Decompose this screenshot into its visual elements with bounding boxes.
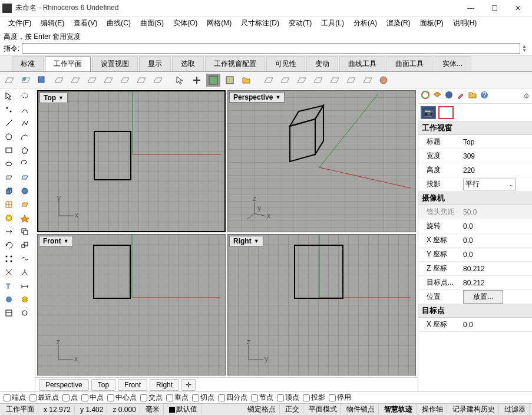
projection-select[interactable]: 平行⌄ (463, 179, 516, 190)
help-panel-icon[interactable]: ? (480, 90, 489, 101)
menu-dimension[interactable]: 尺寸标注(D) (237, 17, 283, 29)
circle-tool-icon[interactable] (1, 130, 16, 143)
ellipse-tool-icon[interactable] (1, 157, 16, 170)
save-icon[interactable] (223, 74, 237, 87)
status-osnap[interactable]: 物件锁点 (343, 404, 379, 414)
osnap-end[interactable]: 端点 (4, 393, 26, 403)
rect-tool-icon[interactable] (1, 144, 16, 157)
menu-view[interactable]: 查看(V) (70, 17, 101, 29)
pointer-tool-icon[interactable] (1, 90, 16, 103)
osnap-mid[interactable]: 中点 (81, 393, 104, 403)
tab-display[interactable]: 显示 (139, 56, 171, 71)
cplane-tool-icon[interactable] (278, 74, 292, 87)
trim-tool-icon[interactable] (1, 266, 16, 279)
osnap-point[interactable]: 点 (62, 393, 78, 403)
prop-value[interactable]: 80.212 (461, 265, 532, 273)
tab-setview[interactable]: 设置视图 (92, 56, 138, 71)
cplane-tool-icon[interactable] (68, 74, 82, 87)
vptab-right[interactable]: Right (150, 379, 179, 391)
pan-icon[interactable] (190, 74, 204, 87)
status-planar[interactable]: 平面模式 (305, 404, 341, 414)
split-tool-icon[interactable] (17, 266, 32, 279)
mesh2-tool-icon[interactable] (17, 198, 32, 211)
command-input[interactable] (22, 43, 520, 54)
properties-tool-icon[interactable] (1, 307, 16, 320)
prop-value[interactable]: 0.0 (461, 236, 532, 245)
cplane-tool-icon[interactable] (295, 74, 309, 87)
menu-file[interactable]: 文件(F) (5, 17, 35, 29)
menu-edit[interactable]: 编辑(E) (37, 17, 68, 29)
command-updown[interactable]: ▲▼ (520, 44, 528, 52)
render-panel-icon[interactable] (444, 90, 454, 101)
spiral-tool-icon[interactable] (17, 157, 32, 170)
viewport-label-perspective[interactable]: Perspective▼ (229, 92, 285, 103)
prop-value[interactable]: 0.0 (461, 251, 532, 259)
menu-panel[interactable]: 面板(P) (417, 17, 447, 29)
cplane-tool-icon[interactable] (52, 74, 66, 87)
lasso-tool-icon[interactable] (17, 90, 32, 103)
status-unit[interactable]: 毫米 (142, 404, 164, 414)
plane-tool-icon[interactable] (17, 171, 32, 184)
point-tool-icon[interactable] (1, 103, 16, 116)
surface-tool-icon[interactable] (1, 171, 16, 184)
tab-curvetools[interactable]: 曲线工具 (339, 56, 385, 71)
gear-icon[interactable]: ⚙ (523, 92, 530, 100)
osnap-knot[interactable]: 节点 (251, 393, 273, 403)
viewport-front[interactable]: Front▼ xz (37, 234, 226, 376)
mesh-tool-icon[interactable] (1, 198, 16, 211)
menu-help[interactable]: 说明(H) (450, 17, 481, 29)
menu-tools[interactable]: 工具(L) (318, 17, 348, 29)
cplane-tool-icon[interactable] (344, 74, 358, 87)
text-tool-icon[interactable]: T (1, 279, 16, 292)
menu-solid[interactable]: 实体(O) (170, 17, 201, 29)
status-ortho[interactable]: 正交 (282, 404, 303, 414)
cplane-tool-icon[interactable] (2, 74, 16, 87)
folder-icon[interactable] (468, 90, 477, 101)
prop-value[interactable]: 0.0 (461, 222, 532, 230)
prop-value[interactable]: 0.0 (461, 321, 532, 329)
osnap-project[interactable]: 投影 (303, 393, 325, 403)
options-tool-icon[interactable] (17, 307, 32, 320)
camera-selected-icon[interactable]: 📷 (421, 106, 436, 119)
status-smarttrack[interactable]: 智慧轨迹 (381, 404, 417, 414)
grid-icon[interactable] (206, 74, 220, 87)
folder-open-icon[interactable] (239, 74, 253, 87)
copy-tool-icon[interactable] (17, 225, 32, 238)
osnap-vertex[interactable]: 顶点 (277, 393, 299, 403)
status-plane[interactable]: 工作平面 (2, 404, 38, 414)
pointer-icon[interactable] (173, 74, 187, 87)
brush-icon[interactable] (456, 90, 465, 101)
vptab-top[interactable]: Top (91, 379, 115, 391)
layers-panel-icon[interactable] (432, 90, 442, 101)
cplane-sphere-icon[interactable] (377, 74, 391, 87)
vptab-perspective[interactable]: Perspective (39, 379, 89, 391)
osnap-center[interactable]: 中心点 (107, 393, 137, 403)
line-tool-icon[interactable] (1, 117, 16, 130)
osnap-disable[interactable]: 停用 (329, 393, 351, 403)
tab-surfacetools[interactable]: 曲面工具 (386, 56, 432, 71)
cplane-tool-icon[interactable] (101, 74, 115, 87)
minimize-button[interactable]: — (459, 1, 483, 15)
sphere-tool-icon[interactable] (17, 185, 32, 197)
status-filter[interactable]: 过滤器 (501, 404, 530, 414)
menu-curve[interactable]: 曲线(C) (103, 17, 134, 29)
prop-value[interactable]: 80.212 (461, 279, 532, 287)
status-layer[interactable]: 默认值 (166, 404, 201, 414)
menu-surface[interactable]: 曲面(S) (137, 17, 167, 29)
status-history[interactable]: 记录建构历史 (449, 404, 499, 414)
curve-tool-icon[interactable] (17, 103, 32, 116)
cplane-tool-icon[interactable] (262, 74, 276, 87)
osnap-tan[interactable]: 切点 (192, 393, 214, 403)
explode-tool-icon[interactable] (17, 212, 32, 225)
viewport-perspective[interactable]: Perspective▼ xzy (227, 90, 416, 232)
osnap-quad[interactable]: 四分点 (218, 393, 247, 403)
join-tool-icon[interactable] (17, 252, 32, 265)
viewport-label-front[interactable]: Front▼ (39, 236, 73, 246)
cplane-tool-icon[interactable] (151, 74, 165, 87)
polyline-tool-icon[interactable] (17, 117, 32, 130)
polygon-tool-icon[interactable] (17, 144, 32, 157)
menu-render[interactable]: 渲染(R) (383, 17, 414, 29)
maximize-button[interactable]: ☐ (483, 1, 506, 15)
render-tool-icon[interactable] (1, 293, 16, 306)
cplane-tool-icon[interactable] (311, 74, 325, 87)
